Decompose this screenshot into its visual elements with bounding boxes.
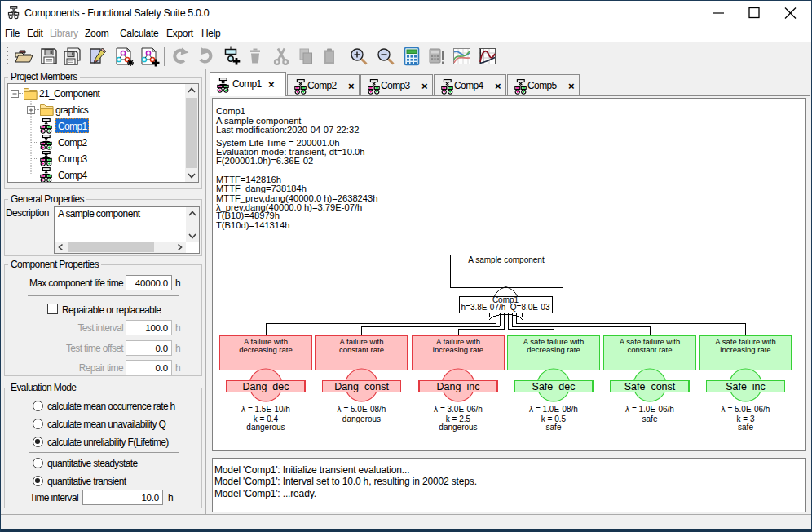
svg-text:T(B10d)=141314h: T(B10d)=141314h: [216, 220, 290, 230]
svg-text:λ = 5.0E-08/h: λ = 5.0E-08/h: [338, 405, 386, 414]
svg-text:increasing rate: increasing rate: [720, 345, 770, 354]
svg-text:dangerous: dangerous: [342, 415, 381, 423]
svg-text:λ = 5.0E-06/h: λ = 5.0E-06/h: [722, 405, 770, 414]
svg-text:h=3.8E-07/h Q=8.0E-03: h=3.8E-07/h Q=8.0E-03: [461, 303, 550, 312]
svg-text:decreasing rate: decreasing rate: [239, 345, 292, 354]
svg-text:Dang_inc: Dang_inc: [437, 381, 480, 392]
svg-text:T(B10)=48979h: T(B10)=48979h: [216, 211, 280, 220]
svg-text:safe: safe: [546, 423, 562, 432]
svg-text:decreasing rate: decreasing rate: [527, 345, 580, 354]
svg-text:F(200001.0h)=6.36E-02: F(200001.0h)=6.36E-02: [216, 156, 313, 166]
svg-text:MTTF_dang=738184h: MTTF_dang=738184h: [216, 184, 307, 193]
svg-text:λ = 1.0E-08/h: λ = 1.0E-08/h: [529, 405, 578, 414]
svg-text:System Life Time = 200001.0h: System Life Time = 200001.0h: [216, 138, 339, 148]
svg-text:constant rate: constant rate: [339, 345, 384, 354]
svg-text:safe: safe: [642, 415, 658, 423]
svg-text:Safe_inc: Safe_inc: [726, 381, 766, 392]
svg-text:Safe_dec: Safe_dec: [532, 381, 576, 392]
svg-text:Evaluation mode: transient, dt: Evaluation mode: transient, dt=10.0h: [216, 147, 365, 157]
svg-text:MTTF=142816h: MTTF=142816h: [216, 175, 281, 184]
svg-text:Dang_dec: Dang_dec: [243, 381, 289, 392]
svg-text:λ = 1.0E-06/h: λ = 1.0E-06/h: [625, 405, 674, 414]
svg-text:MTTF_prev,dang(40000.0 h)=2638: MTTF_prev,dang(40000.0 h)=2638243h: [216, 193, 378, 203]
svg-text:λ = 1.5E-10/h: λ = 1.5E-10/h: [241, 405, 290, 414]
svg-text:A sample component: A sample component: [468, 255, 545, 264]
svg-text:increasing rate: increasing rate: [433, 345, 483, 354]
svg-text:dangerous: dangerous: [439, 423, 477, 432]
svg-text:Comp1: Comp1: [216, 106, 245, 116]
svg-text:safe: safe: [738, 423, 753, 432]
svg-text:Dang_const: Dang_const: [334, 381, 389, 392]
svg-text:dangerous: dangerous: [246, 423, 285, 432]
svg-text:Last modification:2020-04-07 2: Last modification:2020-04-07 22:32: [216, 125, 359, 135]
svg-text:Safe_const: Safe_const: [624, 381, 676, 392]
svg-text:constant rate: constant rate: [628, 345, 673, 354]
svg-text:λ = 3.0E-06/h: λ = 3.0E-06/h: [434, 405, 483, 414]
